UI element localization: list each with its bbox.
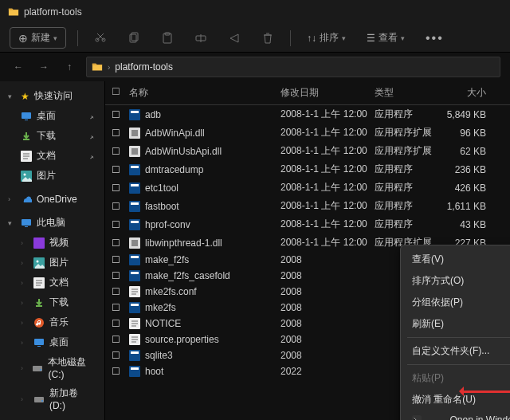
table-row[interactable]: ☐etc1tool2008-1-1 上午 12:00应用程序426 KB — [105, 179, 510, 197]
pin-icon — [88, 111, 96, 122]
file-name: hoot — [129, 366, 280, 377]
back-button[interactable]: ← — [10, 58, 27, 76]
cloud-icon — [21, 194, 32, 205]
sidebar-item-onedrive[interactable]: ›OneDrive — [3, 190, 101, 208]
row-checkbox[interactable]: ☐ — [112, 201, 129, 212]
pin-icon — [88, 131, 96, 142]
sidebar-quick-access[interactable]: ▾★快速访问 — [3, 86, 101, 106]
table-row[interactable]: ☐AdbWinApi.dll2008-1-1 上午 12:00应用程序扩展96 … — [105, 124, 510, 142]
sidebar-item-desktop2[interactable]: ›桌面 — [3, 332, 101, 352]
sidebar-item-label: 此电脑 — [37, 216, 65, 230]
file-icon — [129, 286, 140, 297]
row-checkbox[interactable]: ☐ — [112, 318, 129, 329]
view-icon: ☰ — [367, 33, 375, 44]
row-checkbox[interactable]: ☐ — [112, 270, 129, 281]
file-icon — [129, 109, 140, 120]
sidebar-item-documents[interactable]: 文档 — [3, 146, 101, 166]
file-icon — [129, 219, 140, 230]
more-button[interactable]: ••• — [421, 28, 449, 49]
file-icon — [129, 146, 140, 157]
sidebar-item-videos[interactable]: ›视频 — [3, 233, 101, 253]
new-button[interactable]: ⊕ 新建 ▾ — [10, 27, 66, 49]
file-type: 应用程序 — [375, 199, 438, 213]
sidebar-item-localc[interactable]: ›本地磁盘 (C:) — [3, 352, 101, 383]
sidebar-item-newvol[interactable]: ›新加卷 (D:) — [3, 383, 101, 414]
sidebar-item-label: 下载 — [37, 129, 56, 143]
file-name: make_f2fs — [129, 254, 280, 265]
sort-button[interactable]: ↑↓ 排序 ▾ — [302, 28, 351, 48]
file-name: make_f2fs_casefold — [129, 270, 280, 281]
file-name: fastboot — [129, 201, 280, 212]
file-date: 2008 — [280, 254, 375, 265]
share-button[interactable] — [223, 29, 245, 48]
row-checkbox[interactable]: ☐ — [112, 286, 129, 297]
monitor-icon — [21, 218, 32, 229]
ctx-view[interactable]: 查看(V)› — [401, 249, 510, 270]
view-button[interactable]: ☰ 查看 ▾ — [362, 28, 410, 48]
file-date: 2008 — [280, 270, 375, 281]
sidebar-item-thispc[interactable]: ▾此电脑 — [3, 213, 101, 233]
sidebar-item-documents2[interactable]: ›文档 — [3, 273, 101, 292]
file-date: 2022 — [280, 366, 375, 377]
row-checkbox[interactable]: ☐ — [112, 128, 129, 139]
header-type[interactable]: 类型 — [375, 86, 438, 100]
row-checkbox[interactable]: ☐ — [112, 350, 129, 361]
row-checkbox[interactable]: ☐ — [112, 254, 129, 265]
copy-button[interactable] — [123, 29, 145, 48]
ctx-group[interactable]: 分组依据(P)› — [401, 292, 510, 313]
row-checkbox[interactable]: ☐ — [112, 302, 129, 313]
table-row[interactable]: ☐dmtracedump2008-1-1 上午 12:00应用程序236 KB — [105, 160, 510, 179]
sidebar-item-pictures2[interactable]: ›图片 — [3, 253, 101, 273]
ctx-refresh[interactable]: 刷新(E) — [401, 313, 510, 335]
sidebar-item-label: 音乐 — [49, 316, 69, 329]
header-size[interactable]: 大小 — [438, 86, 494, 100]
file-type: 应用程序扩展 — [375, 144, 438, 158]
header-name[interactable]: 名称 — [129, 86, 280, 100]
file-date: 2008-1-1 上午 12:00 — [280, 199, 375, 213]
chevron-right-icon: › — [108, 63, 110, 72]
file-size: 5,849 KB — [438, 109, 494, 120]
sidebar-item-downloads2[interactable]: ›下载 — [3, 292, 101, 312]
row-checkbox[interactable]: ☐ — [112, 219, 129, 230]
row-checkbox[interactable]: ☐ — [112, 237, 129, 249]
table-row[interactable]: ☐hprof-conv2008-1-1 上午 12:00应用程序43 KB — [105, 215, 510, 234]
row-checkbox[interactable]: ☐ — [112, 109, 129, 120]
cut-button[interactable] — [89, 29, 112, 48]
row-checkbox[interactable]: ☐ — [112, 164, 129, 175]
delete-button[interactable] — [257, 29, 279, 48]
sidebar-item-music[interactable]: ›音乐 — [3, 312, 101, 332]
table-row[interactable]: ☐AdbWinUsbApi.dll2008-1-1 上午 12:00应用程序扩展… — [105, 142, 510, 160]
separator — [77, 30, 78, 46]
file-date: 2008-1-1 上午 12:00 — [280, 144, 375, 158]
file-icon — [33, 277, 45, 289]
window-title: platform-tools — [24, 6, 82, 18]
view-label: 查看 — [379, 31, 398, 45]
toolbar: ⊕ 新建 ▾ ↑↓ 排序 ▾ ☰ 查看 ▾ ••• — [0, 24, 510, 53]
sidebar-item-pictures[interactable]: 图片 — [3, 166, 101, 186]
ctx-customize[interactable]: 自定义文件夹(F)... — [401, 340, 510, 362]
sidebar-item-downloads[interactable]: 下载 — [3, 126, 101, 146]
file-icon — [129, 237, 140, 249]
file-date: 2008-1-1 上午 12:00 — [280, 218, 375, 231]
row-checkbox[interactable]: ☐ — [112, 146, 129, 157]
table-row[interactable]: ☐adb2008-1-1 上午 12:00应用程序5,849 KB — [105, 105, 510, 124]
up-button[interactable]: ↑ — [61, 58, 78, 76]
forward-button[interactable]: → — [35, 58, 53, 76]
table-row[interactable]: ☐fastboot2008-1-1 上午 12:00应用程序1,611 KB — [105, 197, 510, 215]
breadcrumb[interactable]: › platform-tools — [86, 57, 500, 77]
row-checkbox[interactable]: ☐ — [112, 334, 129, 345]
sidebar-item-desktop[interactable]: 桌面 — [3, 106, 101, 126]
rename-button[interactable] — [190, 29, 212, 48]
terminal-icon — [412, 415, 422, 420]
file-icon — [129, 302, 140, 313]
header-date[interactable]: 修改日期 — [280, 86, 375, 100]
row-checkbox[interactable]: ☐ — [112, 183, 129, 194]
more-icon: ••• — [426, 31, 444, 45]
paste-button[interactable] — [156, 29, 178, 48]
ctx-sort[interactable]: 排序方式(O)› — [401, 270, 510, 292]
header-checkbox[interactable]: ☐ — [112, 86, 129, 100]
row-checkbox[interactable]: ☐ — [112, 366, 129, 377]
ctx-open-terminal[interactable]: Open in Windows Terminal — [401, 410, 510, 420]
cut-icon — [94, 32, 107, 45]
file-icon — [21, 151, 32, 162]
